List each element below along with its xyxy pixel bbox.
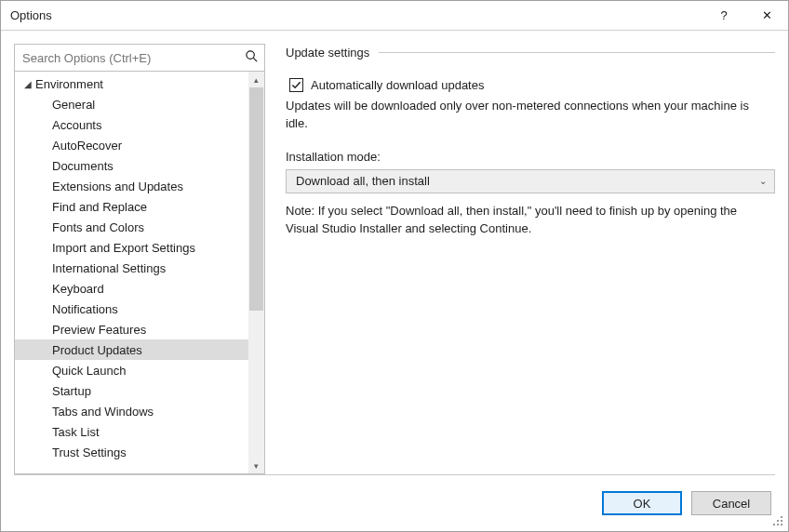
- dialog-body: ◢EnvironmentGeneralAccountsAutoRecoverDo…: [1, 31, 788, 474]
- help-button[interactable]: ?: [702, 1, 745, 31]
- svg-rect-4: [781, 520, 782, 522]
- tree-item[interactable]: Startup: [15, 380, 248, 401]
- tree-item[interactable]: Preview Features: [15, 319, 248, 339]
- resize-grip[interactable]: [773, 516, 784, 527]
- tree-item-label: Preview Features: [52, 323, 146, 337]
- install-mode-select[interactable]: Download all, then install ⌄: [286, 169, 775, 193]
- checkmark-icon: [291, 80, 301, 90]
- tree-item[interactable]: International Settings: [15, 258, 248, 278]
- tree-item-label: General: [52, 98, 95, 112]
- section-title: Update settings: [286, 46, 369, 60]
- install-mode-note: Note: If you select "Download all, then …: [286, 203, 769, 238]
- auto-download-checkbox-row[interactable]: Automatically download updates: [286, 78, 775, 92]
- tree-item[interactable]: Import and Export Settings: [15, 237, 248, 258]
- section-header: Update settings: [286, 46, 775, 60]
- svg-rect-6: [777, 524, 779, 525]
- tree-item[interactable]: Fonts and Colors: [15, 217, 248, 237]
- auto-download-description: Updates will be downloaded only over non…: [286, 98, 769, 133]
- svg-rect-5: [773, 524, 775, 525]
- install-mode-label: Installation mode:: [286, 150, 775, 164]
- chevron-down-icon: ⌄: [759, 176, 767, 186]
- svg-rect-3: [777, 520, 779, 522]
- tree-item-label: Keyboard: [52, 282, 104, 296]
- category-tree-wrap: ◢EnvironmentGeneralAccountsAutoRecoverDo…: [15, 72, 264, 473]
- close-button[interactable]: ✕: [745, 1, 788, 31]
- search-box: [15, 45, 264, 72]
- tree-item[interactable]: Accounts: [15, 114, 248, 135]
- auto-download-label: Automatically download updates: [311, 78, 484, 92]
- expander-icon[interactable]: ◢: [20, 79, 35, 89]
- search-input[interactable]: [15, 45, 264, 71]
- cancel-button[interactable]: Cancel: [691, 491, 771, 515]
- tree-item-label: International Settings: [52, 261, 166, 275]
- tree-item-label: Product Updates: [52, 343, 142, 357]
- auto-download-checkbox[interactable]: [289, 78, 303, 92]
- tree-item[interactable]: Extensions and Updates: [15, 176, 248, 196]
- section-divider: [379, 52, 775, 53]
- tree-scrollbar[interactable]: ▴ ▾: [248, 72, 264, 473]
- tree-item[interactable]: Product Updates: [15, 339, 248, 360]
- tree-item-label: Extensions and Updates: [52, 180, 183, 193]
- svg-rect-2: [781, 516, 782, 518]
- tree-item[interactable]: Keyboard: [15, 278, 248, 299]
- category-tree: ◢EnvironmentGeneralAccountsAutoRecoverDo…: [15, 72, 248, 473]
- tree-item[interactable]: Find and Replace: [15, 196, 248, 217]
- svg-rect-7: [781, 524, 782, 525]
- tree-item[interactable]: Documents: [15, 155, 248, 176]
- tree-item-label: Find and Replace: [52, 200, 147, 214]
- tree-item-label: Tabs and Windows: [52, 405, 154, 419]
- help-icon: ?: [720, 8, 727, 22]
- window-title: Options: [1, 8, 52, 22]
- tree-item-label: Environment: [35, 77, 103, 91]
- tree-item-label: Notifications: [52, 302, 118, 316]
- tree-item[interactable]: Task List: [15, 421, 248, 442]
- tree-item-label: Fonts and Colors: [52, 220, 144, 234]
- install-mode-value: Download all, then install: [296, 174, 430, 188]
- tree-item-label: Documents: [52, 159, 114, 173]
- tree-item-label: Accounts: [52, 118, 101, 132]
- tree-item[interactable]: General: [15, 94, 248, 114]
- tree-item-environment[interactable]: ◢Environment: [15, 73, 248, 94]
- tree-item-label: Quick Launch: [52, 364, 127, 378]
- content-panel: Update settings Automatically download u…: [286, 44, 775, 474]
- svg-line-1: [253, 58, 257, 61]
- tree-item-label: AutoRecover: [52, 139, 122, 153]
- tree-item[interactable]: Trust Settings: [15, 442, 248, 462]
- options-dialog: Options ? ✕ ◢EnvironmentGeneralAccountsA…: [0, 0, 789, 532]
- scroll-track[interactable]: [248, 87, 264, 458]
- tree-item[interactable]: Tabs and Windows: [15, 401, 248, 421]
- tree-item[interactable]: Notifications: [15, 299, 248, 319]
- tree-item-label: Trust Settings: [52, 446, 127, 459]
- ok-button[interactable]: OK: [602, 491, 682, 515]
- scroll-thumb[interactable]: [249, 87, 263, 311]
- left-panel: ◢EnvironmentGeneralAccountsAutoRecoverDo…: [14, 44, 265, 474]
- tree-item-label: Task List: [52, 425, 100, 439]
- tree-item[interactable]: Quick Launch: [15, 360, 248, 380]
- close-icon: ✕: [762, 8, 772, 22]
- svg-point-0: [247, 51, 254, 59]
- title-bar: Options ? ✕: [1, 1, 788, 31]
- scroll-up-icon[interactable]: ▴: [248, 72, 264, 87]
- tree-item-label: Startup: [52, 384, 91, 398]
- dialog-footer: OK Cancel: [1, 475, 788, 531]
- tree-item-label: Import and Export Settings: [52, 241, 195, 255]
- scroll-down-icon[interactable]: ▾: [248, 458, 264, 473]
- tree-item[interactable]: AutoRecover: [15, 135, 248, 155]
- search-icon[interactable]: [245, 49, 259, 66]
